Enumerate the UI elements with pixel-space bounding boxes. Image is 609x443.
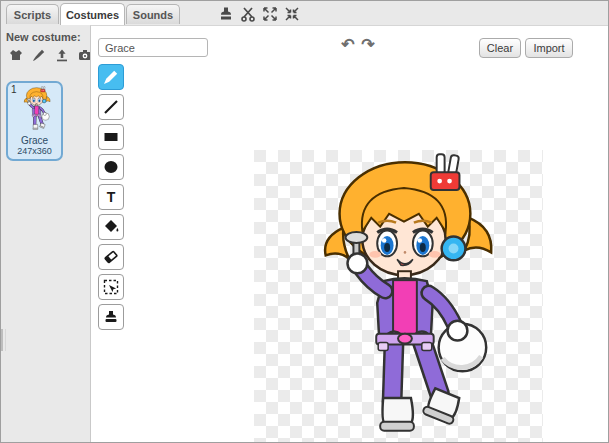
paint-brush-icon: [31, 47, 47, 63]
select-marquee-icon: [102, 278, 120, 296]
tool-select[interactable]: [98, 274, 124, 300]
redo-button[interactable]: ↷: [359, 35, 377, 53]
tab-scripts[interactable]: Scripts: [6, 4, 59, 24]
costume-item-grace[interactable]: 1 Grace 247x360: [6, 81, 63, 161]
grow-icon[interactable]: [261, 5, 278, 22]
tab-sounds[interactable]: Sounds: [126, 4, 180, 24]
tab-scripts-label: Scripts: [14, 9, 51, 21]
clear-button[interactable]: Clear: [479, 38, 521, 58]
undo-icon: ↶: [341, 35, 354, 54]
tool-line[interactable]: [98, 94, 124, 120]
new-costume-buttons: [6, 46, 94, 64]
upload-costume-button[interactable]: [52, 46, 71, 64]
tool-fill[interactable]: [98, 214, 124, 240]
line-icon: [102, 98, 120, 116]
tab-bar: Scripts Costumes Sounds: [1, 1, 608, 25]
scratch-editor-window: Scripts Costumes Sounds New costume:: [0, 0, 609, 443]
costume-library-button[interactable]: [6, 46, 25, 64]
panel-resize-handle[interactable]: [1, 329, 6, 351]
import-button-label: Import: [533, 42, 564, 54]
shrink-icon[interactable]: [283, 5, 300, 22]
costume-sidebar: New costume: 1 Grace 247x360: [1, 25, 90, 443]
clear-button-label: Clear: [487, 42, 513, 54]
undo-button[interactable]: ↶: [339, 35, 357, 53]
costume-name: Grace: [8, 135, 61, 146]
costume-size: 247x360: [8, 146, 61, 156]
ellipse-icon: [102, 158, 120, 176]
tool-ellipse[interactable]: [98, 154, 124, 180]
rectangle-icon: [102, 128, 120, 146]
tool-rectangle[interactable]: [98, 124, 124, 150]
tool-text[interactable]: T: [98, 184, 124, 210]
paint-new-costume-button[interactable]: [29, 46, 48, 64]
stamp-icon: [102, 308, 120, 326]
eraser-icon: [102, 248, 120, 266]
redo-icon: ↷: [361, 35, 374, 54]
brush-icon: [102, 68, 120, 86]
costume-name-input[interactable]: [98, 38, 208, 57]
paint-canvas[interactable]: [254, 150, 543, 443]
import-button[interactable]: Import: [525, 38, 573, 58]
tool-brush[interactable]: [98, 64, 124, 90]
tab-costumes-label: Costumes: [66, 9, 119, 21]
scissors-delete-icon[interactable]: [239, 5, 256, 22]
costume-thumbnail-image: [19, 86, 53, 131]
costume-canvas-image: [292, 152, 510, 440]
upload-icon: [54, 47, 70, 63]
duplicate-stamp-icon[interactable]: [217, 5, 234, 22]
new-costume-label: New costume:: [6, 31, 81, 43]
fill-bucket-icon: [102, 218, 120, 236]
tab-costumes[interactable]: Costumes: [60, 3, 125, 25]
tool-eraser[interactable]: [98, 244, 124, 270]
text-tool-icon: T: [107, 190, 116, 204]
paint-editor: ↶ ↷ Clear Import T: [90, 25, 609, 443]
library-shirt-icon: [8, 47, 24, 63]
tool-stamp[interactable]: [98, 304, 124, 330]
tab-sounds-label: Sounds: [133, 9, 173, 21]
costume-index: 1: [11, 84, 17, 95]
